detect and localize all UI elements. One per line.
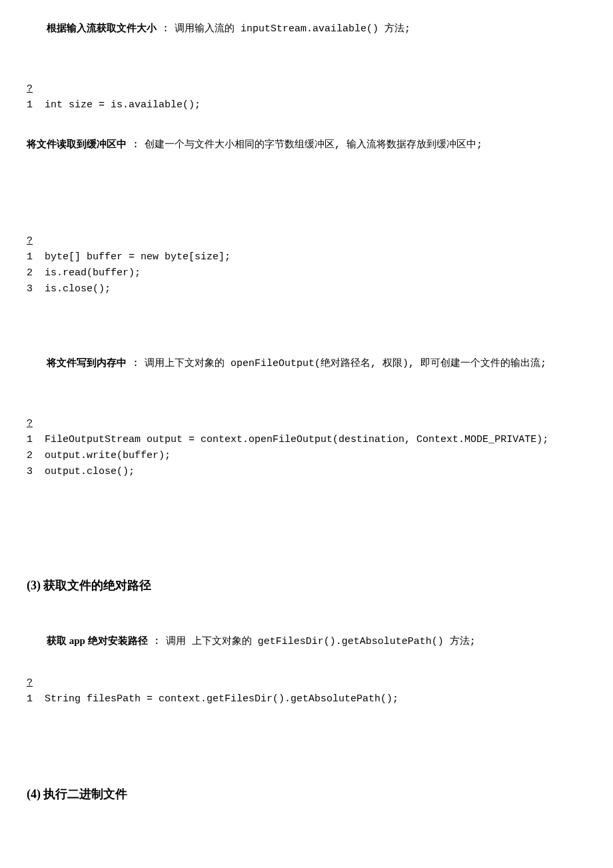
code-content: output.write(buffer); — [45, 448, 548, 464]
line-number: 2 — [27, 265, 45, 281]
bold-readbuffer: 将文件读取到缓冲区中 — [27, 139, 127, 149]
code-content: byte[] buffer = new byte[size]; — [45, 249, 231, 265]
spacer — [27, 376, 586, 413]
para-readbuffer: 将文件读取到缓冲区中 : 创建一个与文件大小相同的字节数组缓冲区, 输入流将数据… — [27, 136, 586, 153]
code-block-3: 1FileOutputStream output = context.openF… — [27, 432, 548, 480]
spacer — [27, 711, 586, 785]
q-mark: ? — [27, 81, 586, 97]
line-number: 1 — [27, 432, 45, 448]
code-content: int size = is.available(); — [45, 97, 201, 113]
para-abspath: 获取 app 绝对安装路径 : 调用 上下文对象的 getFilesDir().… — [27, 633, 586, 650]
spacer — [27, 654, 586, 673]
spacer — [27, 117, 586, 136]
text-writemem: : 调用上下文对象的 openFileOutput(绝对路径名, 权限), 即可… — [127, 358, 546, 369]
code-block-4: 1String filesPath = context.getFilesDir(… — [27, 691, 398, 707]
code-line: 1FileOutputStream output = context.openF… — [27, 432, 548, 448]
code-content: output.close(); — [45, 464, 548, 480]
heading-4: (4) 执行二进制文件 — [27, 785, 586, 804]
bold-filesize: 根据输入流获取文件大小 — [47, 23, 157, 33]
code-block-1: 1int size = is.available(); — [27, 97, 201, 113]
para-writemem: 将文件写到内存中 : 调用上下文对象的 openFileOutput(绝对路径名… — [27, 355, 586, 372]
spacer — [27, 595, 586, 633]
code-line: 3output.close(); — [27, 464, 548, 480]
code-line: 1int size = is.available(); — [27, 97, 201, 113]
spacer — [27, 557, 586, 576]
code-line: 2output.write(buffer); — [27, 448, 548, 464]
bold-abspath: 获取 app 绝对安装路径 — [47, 635, 148, 646]
spacer — [27, 41, 586, 79]
line-number: 3 — [27, 464, 45, 480]
text-abspath: : 调用 上下文对象的 getFilesDir().getAbsolutePat… — [148, 636, 476, 647]
line-number: 2 — [27, 448, 45, 464]
code-line: 3is.close(); — [27, 281, 231, 297]
code-content: is.read(buffer); — [45, 265, 231, 281]
code-line: 1String filesPath = context.getFilesDir(… — [27, 691, 398, 707]
spacer — [27, 301, 586, 355]
text-readbuffer: : 创建一个与文件大小相同的字节数组缓冲区, 输入流将数据存放到缓冲区中; — [127, 139, 482, 151]
para-filesize: 根据输入流获取文件大小 : 调用输入流的 inputStream.availab… — [27, 20, 586, 37]
code-line: 2is.read(buffer); — [27, 265, 231, 281]
document-body: 根据输入流获取文件大小 : 调用输入流的 inputStream.availab… — [0, 20, 613, 804]
code-line: 1byte[] buffer = new byte[size]; — [27, 249, 231, 265]
line-number: 1 — [27, 97, 45, 113]
line-number: 3 — [27, 281, 45, 297]
code-content: is.close(); — [45, 281, 231, 297]
line-number: 1 — [27, 249, 45, 265]
heading-3: (3) 获取文件的绝对路径 — [27, 576, 586, 595]
line-number: 1 — [27, 691, 45, 707]
code-content: FileOutputStream output = context.openFi… — [45, 432, 548, 448]
q-mark: ? — [27, 233, 586, 249]
q-mark: ? — [27, 416, 586, 432]
q-mark: ? — [27, 675, 586, 691]
spacer — [27, 484, 586, 557]
text-filesize: : 调用输入流的 inputStream.available() 方法; — [157, 23, 410, 35]
code-content: String filesPath = context.getFilesDir()… — [45, 691, 398, 707]
spacer — [27, 157, 586, 231]
code-block-2: 1byte[] buffer = new byte[size]; 2is.rea… — [27, 249, 231, 297]
bold-writemem: 将文件写到内存中 — [47, 357, 127, 368]
